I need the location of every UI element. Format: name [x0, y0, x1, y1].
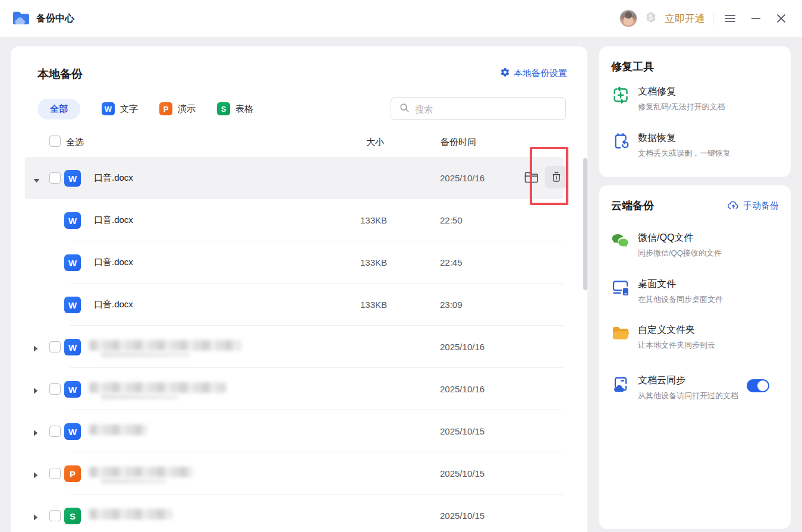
word-doc-icon: W — [64, 423, 81, 440]
select-all-checkbox[interactable] — [49, 136, 61, 147]
app-logo-icon — [12, 10, 30, 28]
local-backup-settings-link[interactable]: 本地备份设置 — [500, 67, 567, 79]
doc-cloud-sync-label: 文档云同步 — [638, 374, 738, 387]
table-row[interactable]: P 2025/10/15 — [25, 452, 564, 495]
doc-repair-desc: 修复乱码/无法打开的文档 — [638, 102, 725, 112]
backup-date: 2025/10/16 — [440, 173, 485, 183]
file-name: 口音.docx — [94, 215, 133, 226]
caret-right-icon[interactable] — [33, 428, 38, 439]
column-time: 备份时间 — [441, 137, 476, 148]
close-button[interactable] — [772, 10, 790, 27]
tab-presentation-label: 演示 — [178, 103, 196, 115]
filter-tabs: 全部 W 文字 P 演示 S 表格 — [37, 97, 253, 120]
caret-right-icon[interactable] — [33, 470, 38, 481]
repair-tools-title: 修复工具 — [611, 59, 654, 74]
row-checkbox[interactable] — [49, 341, 61, 352]
tab-all[interactable]: 全部 — [37, 99, 80, 119]
caret-right-icon[interactable] — [33, 344, 38, 354]
doc-cloud-sync-item[interactable]: 文档云同步 从其他设备访问打开过的文档 — [611, 374, 779, 401]
ppt-doc-icon: P — [159, 102, 172, 115]
doc-cloud-sync-icon — [611, 374, 630, 394]
column-size: 大小 — [366, 137, 384, 148]
minimize-button[interactable] — [747, 10, 765, 27]
word-doc-icon: W — [64, 254, 81, 271]
sheet-doc-icon: S — [64, 508, 81, 524]
table-row[interactable]: W 2025/10/15 — [25, 410, 564, 452]
backup-date: 2025/10/15 — [440, 468, 485, 479]
backup-date: 2025/10/15 — [440, 426, 485, 436]
backup-center-window: 备份中心 立即开通 本地备份 — [0, 0, 802, 532]
manual-backup-label: 手动备份 — [743, 200, 779, 212]
caret-down-icon[interactable] — [33, 175, 40, 185]
search-input[interactable] — [415, 104, 558, 114]
ppt-doc-icon: P — [64, 465, 81, 482]
file-name: 口音.docx — [94, 299, 133, 310]
file-name: 口音.docx — [94, 172, 133, 184]
data-recovery-item[interactable]: 数据恢复 文档丢失或误删，一键恢复 — [611, 132, 779, 159]
backup-date: 2025/10/16 — [440, 384, 485, 394]
user-avatar[interactable] — [619, 10, 637, 27]
delete-backup-button[interactable] — [545, 166, 568, 188]
wechat-qq-files-item[interactable]: 微信/QQ文件 同步微信/QQ接收的文件 — [611, 232, 779, 259]
table-row[interactable]: W 口音.docx 2025/10/16 — [25, 157, 564, 199]
caret-right-icon[interactable] — [33, 386, 38, 396]
table-row[interactable]: W 2025/10/16 — [25, 326, 564, 368]
cloud-backup-card: 云端备份 手动备份 微信/QQ文件 同步微信/QQ接收的文件 — [599, 185, 791, 529]
tab-presentation[interactable]: P 演示 — [159, 102, 196, 115]
row-checkbox[interactable] — [49, 510, 61, 521]
tab-word[interactable]: W 文字 — [102, 102, 138, 115]
redacted-file-name — [101, 394, 178, 399]
search-box[interactable] — [391, 97, 566, 120]
desktop-files-label: 桌面文件 — [638, 278, 723, 291]
repair-tools-card: 修复工具 文档修复 修复乱码/无法打开的文档 — [599, 46, 791, 177]
redacted-file-name — [89, 424, 147, 435]
upgrade-link[interactable]: 立即开通 — [665, 12, 705, 26]
desktop-device-icon — [611, 278, 630, 297]
caret-right-icon[interactable] — [33, 512, 38, 523]
tab-spreadsheet-label: 表格 — [235, 103, 253, 115]
backup-file-list: W 口音.docx 2025/10/16 W 口音.docx 133KB 22:… — [25, 157, 564, 532]
row-checkbox[interactable] — [49, 426, 61, 437]
menu-button[interactable] — [721, 10, 739, 27]
cloud-backup-title: 云端备份 — [611, 199, 654, 213]
doc-repair-item[interactable]: 文档修复 修复乱码/无法打开的文档 — [611, 86, 779, 112]
titlebar-divider — [713, 12, 713, 25]
row-checkbox[interactable] — [49, 172, 61, 184]
local-backup-title: 本地备份 — [37, 67, 83, 82]
table-row[interactable]: W 口音.docx 133KB 23:09 — [25, 284, 564, 326]
word-doc-icon: W — [64, 170, 81, 187]
manual-backup-link[interactable]: 手动备份 — [727, 200, 779, 212]
scrollbar-thumb[interactable] — [583, 158, 587, 290]
window-title: 备份中心 — [36, 12, 74, 25]
tab-spreadsheet[interactable]: S 表格 — [217, 102, 253, 115]
redacted-file-name — [89, 467, 193, 477]
redacted-file-name — [89, 509, 172, 520]
settings-label: 本地备份设置 — [514, 68, 567, 79]
backup-time: 22:45 — [440, 257, 463, 267]
open-folder-button[interactable] — [523, 171, 539, 185]
redacted-file-name — [101, 479, 166, 484]
data-recovery-desc: 文档丢失或误删，一键恢复 — [638, 148, 731, 159]
data-recovery-label: 数据恢复 — [638, 132, 731, 144]
doc-repair-icon — [611, 86, 630, 105]
table-row[interactable]: W 口音.docx 133KB 22:50 — [25, 199, 564, 241]
word-doc-icon: W — [64, 381, 81, 398]
titlebar: 备份中心 立即开通 — [0, 0, 802, 37]
row-checkbox[interactable] — [49, 468, 61, 479]
table-row[interactable]: S 2025/10/15 — [25, 495, 564, 532]
backup-date: 2025/10/15 — [440, 511, 485, 521]
backup-time: 22:50 — [440, 215, 463, 225]
doc-cloud-sync-desc: 从其他设备访问打开过的文档 — [638, 391, 738, 401]
desktop-files-item[interactable]: 桌面文件 在其他设备同步桌面文件 — [611, 278, 779, 305]
custom-folder-item[interactable]: 自定义文件夹 让本地文件夹同步到云 — [611, 324, 779, 351]
table-row[interactable]: W 口音.docx 133KB 22:45 — [25, 241, 564, 284]
select-all-label: 全选 — [66, 137, 84, 148]
redacted-file-name — [101, 352, 190, 357]
row-checkbox[interactable] — [49, 383, 61, 395]
wechat-qq-files-label: 微信/QQ文件 — [638, 232, 722, 244]
table-header: 全选 大小 备份时间 — [25, 136, 564, 159]
word-doc-icon: W — [64, 212, 81, 229]
table-row[interactable]: W 2025/10/16 — [25, 368, 564, 410]
file-size: 133KB — [360, 300, 387, 310]
doc-cloud-sync-toggle[interactable] — [747, 379, 769, 392]
